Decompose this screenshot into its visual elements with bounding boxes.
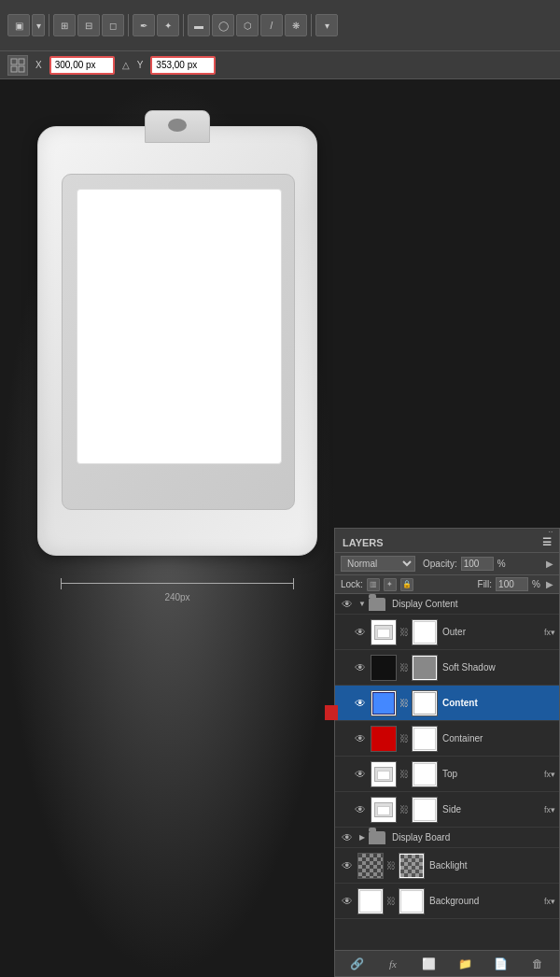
- thumb-top-mask: [412, 761, 438, 787]
- add-mask-button[interactable]: ⬜: [420, 955, 439, 973]
- layer-display-content-group[interactable]: 👁 ▼ Display Content: [335, 594, 559, 615]
- fill-label: Fill:: [478, 579, 493, 589]
- eye-icon-content[interactable]: 👁: [352, 695, 369, 712]
- thumb-backlight: [357, 853, 384, 879]
- lock-all-icon[interactable]: 🔒: [400, 578, 413, 591]
- new-group-button[interactable]: 📁: [455, 955, 474, 973]
- layer-arrow-background[interactable]: ▾: [551, 897, 555, 906]
- separator-2: [128, 14, 129, 36]
- thumb-content-mask: [412, 690, 438, 716]
- layer-arrow-side[interactable]: ▾: [551, 805, 555, 814]
- folder-icon-display-content: [369, 598, 385, 611]
- more-tools-button[interactable]: ▾: [315, 14, 338, 36]
- warp-tool[interactable]: ⊟: [77, 14, 100, 36]
- chain-outer: ⛓: [399, 624, 410, 641]
- dimension-width: 240px: [61, 565, 294, 602]
- tool-group-transform: ⊞ ⊟ ◻: [53, 14, 124, 36]
- thumb-background-mask: [399, 888, 425, 914]
- rect-shape-tool[interactable]: ▬: [188, 14, 210, 36]
- y-input[interactable]: [150, 56, 216, 75]
- eye-icon-backlight[interactable]: 👁: [339, 857, 356, 874]
- selection-indicator: [325, 705, 338, 720]
- ellipse-tool[interactable]: ◯: [212, 14, 234, 36]
- layer-top[interactable]: 👁 ⛓ Top fx ▾: [335, 757, 559, 792]
- layers-bottom-toolbar: 🔗 fx ⬜ 📁 📄 🗑: [335, 950, 559, 976]
- package-mockup: 300px 240px: [37, 107, 317, 556]
- opacity-label: Opacity:: [423, 559, 457, 569]
- distort-tool[interactable]: ◻: [102, 14, 124, 36]
- expand-display-content[interactable]: ▼: [356, 598, 369, 611]
- layers-menu-icon[interactable]: ☰: [542, 536, 552, 548]
- dim-tick-left: [61, 578, 62, 589]
- x-input[interactable]: [49, 56, 115, 75]
- layers-title-text: LAYERS: [343, 537, 384, 548]
- opacity-input[interactable]: [461, 557, 494, 571]
- thumb-outer-mask: [412, 619, 438, 645]
- layer-backlight[interactable]: 👁 ⛓ Backlight: [335, 848, 559, 884]
- lock-label: Lock:: [341, 579, 363, 589]
- layer-name-content: Content: [440, 698, 555, 708]
- rect-tool-button[interactable]: ▣: [7, 14, 30, 36]
- layer-display-board-group[interactable]: 👁 ▶ Display Board: [335, 828, 559, 848]
- coord-grid-icon: [7, 55, 28, 76]
- eye-icon-outer[interactable]: 👁: [352, 624, 369, 641]
- layer-side[interactable]: 👁 ⛓ Side fx ▾: [335, 792, 559, 828]
- thumb-backlight-mask: [399, 853, 425, 879]
- eye-icon-side[interactable]: 👁: [352, 801, 369, 818]
- polygon-tool[interactable]: ⬡: [236, 14, 259, 36]
- eye-icon-background[interactable]: 👁: [339, 893, 356, 910]
- layers-blend-row: Normal Opacity: % ▶: [335, 553, 559, 575]
- link-layers-button[interactable]: 🔗: [347, 955, 366, 973]
- lock-position-icon[interactable]: ✦: [384, 578, 397, 591]
- layer-name-display-board: Display Board: [389, 832, 555, 842]
- expand-display-board[interactable]: ▶: [356, 831, 369, 844]
- line-tool[interactable]: /: [260, 14, 283, 36]
- layer-name-container: Container: [440, 733, 555, 743]
- fill-input[interactable]: [496, 577, 528, 591]
- eye-icon-display-content[interactable]: 👁: [339, 596, 356, 613]
- tool-group-draw: ✒ ✦: [133, 14, 179, 36]
- eye-icon-top[interactable]: 👁: [352, 766, 369, 783]
- package-outer-shape: [37, 126, 317, 556]
- layer-background[interactable]: 👁 ⛓ Background fx ▾: [335, 884, 559, 919]
- eye-icon-soft-shadow[interactable]: 👁: [352, 659, 369, 676]
- fx-icon-side: fx: [544, 805, 551, 814]
- fill-arrow[interactable]: ▶: [546, 579, 553, 589]
- tool-group-select: ▣ ▾: [7, 14, 45, 36]
- canvas-area: 300px 240px: [0, 79, 336, 977]
- delete-layer-button[interactable]: 🗑: [528, 955, 547, 973]
- blend-mode-select[interactable]: Normal: [341, 556, 415, 572]
- chain-content: ⛓: [399, 695, 410, 712]
- opacity-arrow[interactable]: ▶: [546, 559, 553, 569]
- svg-rect-2: [11, 66, 17, 72]
- main-toolbar: ▣ ▾ ⊞ ⊟ ◻ ✒ ✦ ▬ ◯ ⬡ / ❋ ▾: [0, 0, 560, 51]
- hang-tab: [145, 110, 210, 143]
- fx-icon-outer: fx: [544, 628, 551, 637]
- separator-4: [311, 14, 312, 36]
- add-style-button[interactable]: fx: [384, 955, 402, 973]
- layer-outer[interactable]: 👁 ⛓ Outer fx ▾: [335, 615, 559, 650]
- layer-arrow-top[interactable]: ▾: [551, 770, 555, 779]
- thumb-top: [371, 761, 397, 787]
- eye-icon-display-board[interactable]: 👁: [339, 829, 356, 846]
- chain-container: ⛓: [399, 730, 410, 747]
- layer-name-display-content: Display Content: [389, 599, 555, 609]
- transform-tool[interactable]: ⊞: [53, 14, 76, 36]
- thumb-content: [371, 690, 397, 716]
- eye-icon-container[interactable]: 👁: [352, 730, 369, 747]
- layers-panel-title: LAYERS ☰: [335, 532, 559, 553]
- custom-shape-tool[interactable]: ❋: [285, 14, 307, 36]
- layer-soft-shadow[interactable]: 👁 ⛓ Soft Shadow: [335, 650, 559, 686]
- pen-tool[interactable]: ✒: [133, 14, 155, 36]
- layer-content[interactable]: 👁 ⛓ Content: [335, 686, 559, 721]
- dropdown-arrow[interactable]: ▾: [32, 14, 45, 36]
- layer-name-backlight: Backlight: [427, 860, 555, 871]
- lock-pixels-icon[interactable]: ▥: [367, 578, 380, 591]
- anchor-tool[interactable]: ✦: [157, 14, 179, 36]
- package-inner: [62, 174, 295, 510]
- display-screen: [77, 189, 282, 464]
- thumb-side-mask: [412, 797, 438, 823]
- layer-arrow-outer[interactable]: ▾: [551, 628, 555, 637]
- layer-container[interactable]: 👁 ⛓ Container: [335, 721, 559, 757]
- new-layer-button[interactable]: 📄: [492, 955, 511, 973]
